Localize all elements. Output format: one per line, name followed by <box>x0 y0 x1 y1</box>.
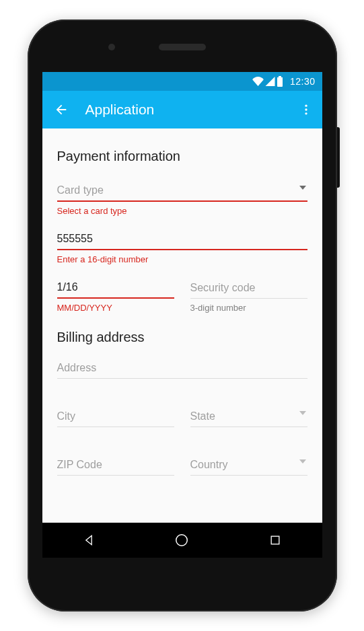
more-vert-icon <box>299 103 313 116</box>
wifi-icon <box>252 77 264 86</box>
card-type-select[interactable]: Card type Select a card type <box>57 182 307 217</box>
nav-home-button[interactable] <box>161 523 202 558</box>
chevron-down-icon <box>299 459 306 463</box>
city-field[interactable]: City <box>57 407 174 442</box>
speaker-grille <box>159 44 206 50</box>
form-content: Payment information Card type Select a c… <box>42 128 322 486</box>
card-number-error: Enter a 16-digit number <box>57 254 307 265</box>
square-recents-icon <box>268 533 282 547</box>
device-frame: 12:30 Application Payment information Ca… <box>28 20 337 611</box>
screen: 12:30 Application Payment information Ca… <box>42 72 322 558</box>
back-button[interactable] <box>52 100 71 119</box>
status-icons <box>252 76 283 87</box>
security-code-field[interactable]: Security code 3-digit number <box>190 279 307 313</box>
country-select[interactable]: Country <box>190 455 307 476</box>
section-payment-title: Payment information <box>57 149 307 164</box>
zip-field[interactable]: ZIP Code <box>57 455 174 476</box>
state-select[interactable]: State <box>190 407 307 442</box>
app-title: Application <box>85 102 155 118</box>
city-placeholder: City <box>57 410 76 422</box>
security-code-placeholder: Security code <box>190 282 256 294</box>
svg-point-3 <box>176 535 188 546</box>
address-field[interactable]: Address <box>57 359 307 394</box>
chevron-down-icon <box>299 186 306 190</box>
front-camera <box>108 44 115 50</box>
system-nav-bar <box>42 523 322 558</box>
chevron-down-icon <box>299 411 306 415</box>
svg-point-1 <box>305 108 307 110</box>
arrow-back-icon <box>54 102 69 117</box>
app-bar: Application <box>42 91 322 128</box>
security-code-helper: 3-digit number <box>190 303 307 313</box>
zip-placeholder: ZIP Code <box>57 459 102 471</box>
nav-back-button[interactable] <box>69 523 109 558</box>
triangle-back-icon <box>82 533 96 547</box>
card-number-field[interactable]: 555555 Enter a 16-digit number <box>57 230 307 265</box>
status-bar: 12:30 <box>42 72 322 91</box>
nav-recents-button[interactable] <box>255 523 295 558</box>
section-billing-title: Billing address <box>57 330 307 345</box>
expiration-helper: MM/DD/YYYY <box>57 303 174 313</box>
expiration-value: 1/16 <box>57 281 78 293</box>
state-placeholder: State <box>190 410 215 422</box>
svg-point-0 <box>305 105 307 107</box>
status-time: 12:30 <box>290 76 316 87</box>
cell-signal-icon <box>265 77 275 86</box>
svg-rect-4 <box>271 536 279 544</box>
address-placeholder: Address <box>57 362 97 374</box>
overflow-menu-button[interactable] <box>297 100 316 119</box>
expiration-field[interactable]: 1/16 MM/DD/YYYY <box>57 279 174 313</box>
country-placeholder: Country <box>190 459 228 471</box>
card-type-placeholder: Card type <box>57 184 104 196</box>
svg-point-2 <box>305 112 307 114</box>
battery-icon <box>277 76 283 87</box>
card-number-value: 555555 <box>57 233 93 245</box>
circle-home-icon <box>174 533 189 548</box>
card-type-error: Select a card type <box>57 206 307 217</box>
